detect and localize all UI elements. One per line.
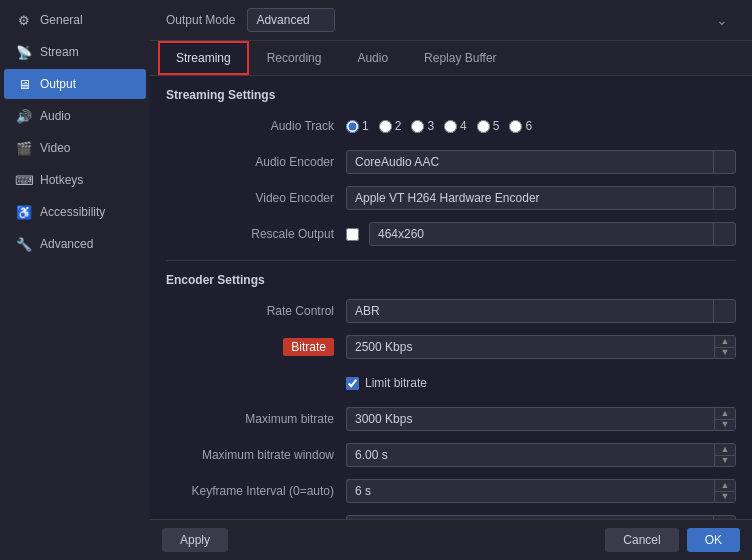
sidebar-item-hotkeys[interactable]: ⌨ Hotkeys (4, 165, 146, 195)
bitrate-row: Bitrate ▲ ▼ (166, 333, 736, 361)
max-bitrate-window-increment-btn[interactable]: ▲ (715, 444, 735, 456)
audio-icon: 🔊 (16, 108, 32, 124)
max-bitrate-window-decrement-btn[interactable]: ▼ (715, 456, 735, 467)
audio-encoder-select-wrapper: CoreAudio AAC (346, 150, 736, 174)
audio-track-3[interactable]: 3 (411, 119, 434, 133)
keyframe-interval-spinbox-buttons: ▲ ▼ (714, 479, 736, 503)
output-mode-label: Output Mode (166, 13, 235, 27)
sidebar-label-video: Video (40, 141, 70, 155)
tabs-bar: Streaming Recording Audio Replay Buffer (150, 41, 752, 76)
video-encoder-label: Video Encoder (166, 191, 346, 205)
bitrate-spinbox-buttons: ▲ ▼ (714, 335, 736, 359)
limit-bitrate-checkbox[interactable] (346, 377, 359, 390)
sidebar-item-accessibility[interactable]: ♿ Accessibility (4, 197, 146, 227)
sidebar-label-stream: Stream (40, 45, 79, 59)
audio-track-2[interactable]: 2 (379, 119, 402, 133)
bitrate-input[interactable] (346, 335, 714, 359)
max-bitrate-input[interactable] (346, 407, 714, 431)
rescale-output-label: Rescale Output (166, 227, 346, 241)
streaming-settings-title: Streaming Settings (166, 88, 736, 102)
max-bitrate-window-row: Maximum bitrate window ▲ ▼ (166, 441, 736, 469)
video-encoder-row: Video Encoder Apple VT H264 Hardware Enc… (166, 184, 736, 212)
sidebar-item-advanced[interactable]: 🔧 Advanced (4, 229, 146, 259)
sidebar-label-audio: Audio (40, 109, 71, 123)
rate-control-label: Rate Control (166, 304, 346, 318)
sidebar-item-general[interactable]: ⚙ General (4, 5, 146, 35)
apply-button[interactable]: Apply (162, 528, 228, 552)
audio-track-controls: 1 2 3 4 5 (346, 119, 736, 133)
audio-track-1[interactable]: 1 (346, 119, 369, 133)
keyframe-interval-row: Keyframe Interval (0=auto) ▲ ▼ (166, 477, 736, 505)
sidebar-item-stream[interactable]: 📡 Stream (4, 37, 146, 67)
output-mode-select-wrapper: Advanced (247, 8, 736, 32)
advanced-icon: 🔧 (16, 236, 32, 252)
rescale-output-select-wrapper: 464x260 (369, 222, 736, 246)
audio-track-label: Audio Track (166, 119, 346, 133)
max-bitrate-window-input[interactable] (346, 443, 714, 467)
bitrate-label-badge: Bitrate (283, 338, 334, 356)
video-encoder-select[interactable]: Apple VT H264 Hardware Encoder (346, 186, 736, 210)
sidebar-label-output: Output (40, 77, 76, 91)
audio-encoder-select[interactable]: CoreAudio AAC (346, 150, 736, 174)
ok-button[interactable]: OK (687, 528, 740, 552)
settings-divider (166, 260, 736, 261)
keyframe-interval-decrement-btn[interactable]: ▼ (715, 492, 735, 503)
rescale-output-controls: 464x260 (346, 222, 736, 246)
rate-control-row: Rate Control ABR (166, 297, 736, 325)
output-icon: 🖥 (16, 76, 32, 92)
max-bitrate-spinbox: ▲ ▼ (346, 407, 736, 431)
sidebar-item-audio[interactable]: 🔊 Audio (4, 101, 146, 131)
rate-control-select[interactable]: ABR (346, 299, 736, 323)
limit-bitrate-text: Limit bitrate (365, 376, 427, 390)
bitrate-spinbox: ▲ ▼ (346, 335, 736, 359)
max-bitrate-window-spinbox-buttons: ▲ ▼ (714, 443, 736, 467)
audio-encoder-label: Audio Encoder (166, 155, 346, 169)
tab-recording[interactable]: Recording (249, 41, 340, 75)
max-bitrate-window-label: Maximum bitrate window (166, 448, 346, 462)
output-mode-select[interactable]: Advanced (247, 8, 335, 32)
bitrate-decrement-btn[interactable]: ▼ (715, 348, 735, 359)
max-bitrate-spinbox-buttons: ▲ ▼ (714, 407, 736, 431)
bottom-bar: Apply Cancel OK (150, 519, 752, 560)
bitrate-increment-btn[interactable]: ▲ (715, 336, 735, 348)
audio-track-6[interactable]: 6 (509, 119, 532, 133)
audio-track-4[interactable]: 4 (444, 119, 467, 133)
max-bitrate-increment-btn[interactable]: ▲ (715, 408, 735, 420)
video-icon: 🎬 (16, 140, 32, 156)
sidebar: ⚙ General 📡 Stream 🖥 Output 🔊 Audio 🎬 Vi… (0, 0, 150, 560)
keyframe-interval-label: Keyframe Interval (0=auto) (166, 484, 346, 498)
sidebar-item-output[interactable]: 🖥 Output (4, 69, 146, 99)
sidebar-label-hotkeys: Hotkeys (40, 173, 83, 187)
tab-audio[interactable]: Audio (339, 41, 406, 75)
rescale-output-row: Rescale Output 464x260 (166, 220, 736, 248)
tab-replay-buffer[interactable]: Replay Buffer (406, 41, 515, 75)
sidebar-label-general: General (40, 13, 83, 27)
limit-bitrate-row: Limit bitrate (166, 369, 736, 397)
rescale-output-select[interactable]: 464x260 (369, 222, 736, 246)
max-bitrate-label: Maximum bitrate (166, 412, 346, 426)
sidebar-item-video[interactable]: 🎬 Video (4, 133, 146, 163)
sidebar-label-advanced: Advanced (40, 237, 93, 251)
tab-streaming[interactable]: Streaming (158, 41, 249, 75)
stream-icon: 📡 (16, 44, 32, 60)
cancel-button[interactable]: Cancel (605, 528, 678, 552)
keyframe-interval-spinbox: ▲ ▼ (346, 479, 736, 503)
max-bitrate-window-spinbox: ▲ ▼ (346, 443, 736, 467)
hotkeys-icon: ⌨ (16, 172, 32, 188)
ok-cancel-group: Cancel OK (605, 528, 740, 552)
keyframe-interval-input[interactable] (346, 479, 714, 503)
limit-bitrate-label[interactable]: Limit bitrate (346, 376, 736, 390)
keyframe-interval-increment-btn[interactable]: ▲ (715, 480, 735, 492)
rescale-output-checkbox[interactable] (346, 228, 359, 241)
rate-control-select-wrapper: ABR (346, 299, 736, 323)
encoder-settings-title: Encoder Settings (166, 273, 736, 287)
max-bitrate-decrement-btn[interactable]: ▼ (715, 420, 735, 431)
audio-track-5[interactable]: 5 (477, 119, 500, 133)
audio-track-radio-group: 1 2 3 4 5 (346, 119, 532, 133)
content-area: Streaming Settings Audio Track 1 2 3 (150, 76, 752, 519)
sidebar-label-accessibility: Accessibility (40, 205, 105, 219)
video-encoder-select-wrapper: Apple VT H264 Hardware Encoder (346, 186, 736, 210)
bitrate-label-wrapper: Bitrate (166, 338, 346, 356)
main-content: Output Mode Advanced Streaming Recording… (150, 0, 752, 560)
profile-select[interactable]: high (346, 515, 736, 519)
